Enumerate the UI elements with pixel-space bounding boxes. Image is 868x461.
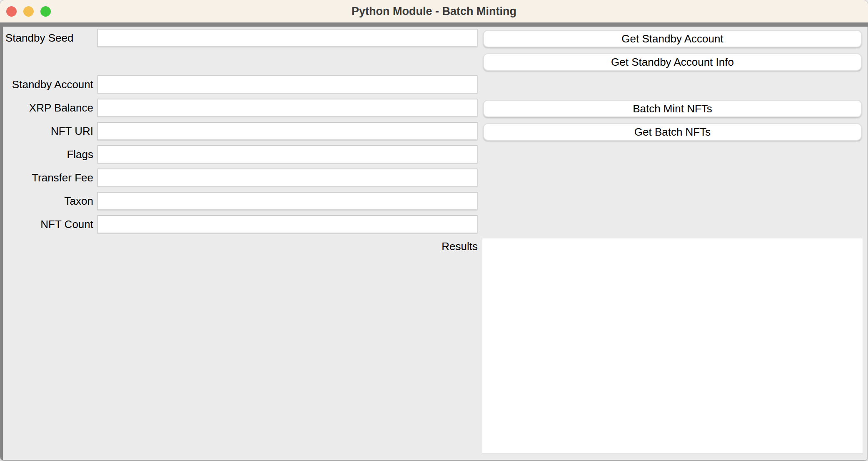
results-label: Results [389, 240, 478, 253]
get-standby-account-info-button[interactable]: Get Standby Account Info [483, 53, 862, 71]
nft-count-input[interactable] [97, 215, 478, 233]
close-button[interactable] [6, 6, 17, 17]
nft-uri-label: NFT URI [3, 124, 93, 138]
app-window: Python Module - Batch Minting Standby Se… [0, 0, 868, 461]
window-title: Python Module - Batch Minting [0, 0, 868, 22]
nft-count-label: NFT Count [3, 218, 93, 231]
transfer-fee-label: Transfer Fee [3, 171, 93, 184]
get-standby-account-button[interactable]: Get Standby Account [483, 30, 862, 47]
zoom-button[interactable] [40, 6, 51, 17]
get-batch-nfts-button[interactable]: Get Batch NFTs [483, 123, 862, 141]
flags-input[interactable] [97, 145, 478, 164]
xrp-balance-input[interactable] [97, 99, 478, 117]
xrp-balance-label: XRP Balance [3, 101, 93, 114]
titlebar-separator-band [0, 22, 868, 27]
batch-mint-nfts-button[interactable]: Batch Mint NFTs [483, 100, 862, 117]
taxon-input[interactable] [97, 192, 478, 210]
standby-seed-input[interactable] [97, 29, 478, 47]
minimize-button[interactable] [23, 6, 34, 17]
flags-label: Flags [3, 148, 93, 161]
standby-account-input[interactable] [97, 75, 478, 94]
results-textarea[interactable] [482, 238, 863, 454]
titlebar: Python Module - Batch Minting [0, 0, 868, 22]
traffic-lights [6, 0, 51, 22]
nft-uri-input[interactable] [97, 122, 478, 140]
standby-seed-label: Standby Seed [5, 31, 73, 45]
transfer-fee-input[interactable] [97, 169, 478, 187]
taxon-label: Taxon [3, 194, 93, 208]
standby-account-label: Standby Account [3, 78, 93, 91]
